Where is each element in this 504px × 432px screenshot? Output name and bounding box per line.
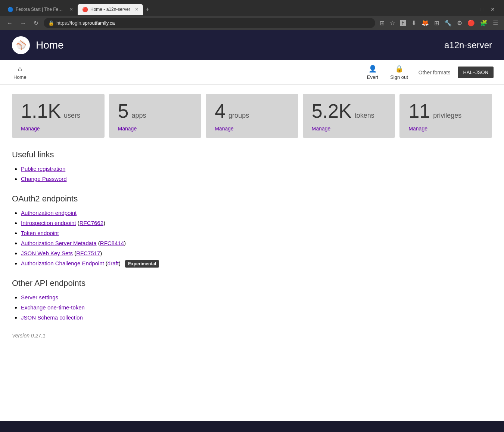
forward-button[interactable]: →: [18, 18, 28, 28]
stat-card-tokens: 5.2K tokens Manage: [303, 94, 395, 138]
browser-tab-inactive[interactable]: 🔵 Fedora Start | The Fedor… ✕: [3, 4, 78, 15]
list-item: Introspection endpoint (RFC7662): [21, 220, 492, 226]
tab-close-2[interactable]: ✕: [135, 7, 139, 12]
public-registration-link[interactable]: Public registration: [21, 166, 65, 172]
list-item: Exchange one-time-token: [21, 304, 492, 311]
rfc-close: ): [124, 240, 126, 246]
app-header: ⚾ Home a12n-server: [0, 30, 504, 60]
authorization-challenge-endpoint-link[interactable]: Authorization Challenge Endpoint: [21, 260, 104, 266]
authorization-server-metadata-link[interactable]: Authorization Server Metadata: [21, 240, 97, 246]
stats-grid: 1.1K users Manage 5 apps Manage 4 groups…: [12, 94, 492, 138]
nav-user-label: Evert: [367, 74, 378, 80]
version-text: Version 0.27.1: [12, 333, 492, 339]
refresh-button[interactable]: ↻: [31, 18, 41, 28]
stat-label-apps: apps: [132, 112, 146, 120]
stat-number-apps: 5: [118, 101, 129, 121]
window-close-button[interactable]: ✕: [488, 5, 498, 14]
extension-icon-2[interactable]: ⊞: [433, 18, 441, 28]
nav-home[interactable]: ⌂ Home: [7, 61, 32, 84]
browser-tab-active[interactable]: 🔴 Home - a12n-server ✕: [78, 4, 143, 15]
stat-label-users: users: [64, 112, 80, 120]
json-web-key-sets-link[interactable]: JSON Web Key Sets: [21, 250, 73, 256]
list-item: Public registration: [21, 166, 492, 172]
list-item: Authorization Challenge Endpoint (draft)…: [21, 260, 492, 266]
app-logo: ⚾: [12, 36, 30, 54]
authorization-endpoint-link[interactable]: Authorization endpoint: [21, 210, 77, 216]
stat-number-tokens: 5.2K: [312, 101, 352, 121]
manage-users-link[interactable]: Manage: [21, 126, 40, 132]
tab-label-1: Fedora Start | The Fedor…: [16, 7, 65, 12]
url-display: https://login.sproutfamily.ca: [56, 20, 115, 26]
list-item: JSON Schema collection: [21, 314, 492, 321]
manage-groups-link[interactable]: Manage: [215, 126, 234, 132]
main-content: 1.1K users Manage 5 apps Manage 4 groups…: [0, 85, 504, 421]
token-endpoint-link[interactable]: Token endpoint: [21, 230, 59, 236]
browser-toolbar: ⊞ ☆ 🅿 ⬇ 🦊 ⊞ 🔧 ⚙ 🔴 🧩 ☰: [378, 18, 500, 28]
stat-card-users: 1.1K users Manage: [12, 94, 105, 138]
useful-links-list: Public registration Change Password: [12, 166, 492, 182]
menu-button[interactable]: ☰: [491, 18, 500, 28]
stat-number-users: 1.1K: [21, 101, 61, 121]
exchange-one-time-token-link[interactable]: Exchange one-time-token: [21, 304, 85, 311]
home-icon: ⌂: [18, 65, 22, 73]
nav-home-label: Home: [13, 74, 27, 80]
server-settings-link[interactable]: Server settings: [21, 294, 58, 300]
stat-number-groups: 4: [215, 101, 225, 121]
pocket-icon[interactable]: 🅿: [399, 18, 408, 28]
stat-card-groups: 4 groups Manage: [206, 94, 298, 138]
lock-icon: 🔒: [395, 65, 403, 73]
extension-icon-5[interactable]: 🔴: [466, 18, 476, 28]
list-item: Authorization Server Metadata (RFC8414): [21, 240, 492, 246]
download-icon[interactable]: ⬇: [410, 18, 418, 28]
stat-card-privileges: 11 privileges Manage: [399, 94, 492, 138]
new-tab-button[interactable]: +: [143, 3, 152, 16]
url-domain: sproutfamily.ca: [83, 20, 115, 26]
extensions-button[interactable]: 🧩: [479, 18, 489, 28]
rfc8414-link[interactable]: RFC8414: [100, 240, 124, 246]
extension-icon-1[interactable]: 🦊: [420, 18, 430, 28]
list-item: Token endpoint: [21, 230, 492, 236]
logo-icon: ⚾: [16, 40, 26, 50]
rfc7662-link[interactable]: RFC7662: [80, 220, 103, 226]
oauth2-endpoints-title: OAuth2 endpoints: [12, 194, 492, 204]
json-schema-collection-link[interactable]: JSON Schema collection: [21, 314, 83, 321]
hal-json-button[interactable]: HAL+JSON: [458, 67, 494, 78]
grid-icon[interactable]: ⊞: [378, 18, 386, 28]
list-item: Server settings: [21, 294, 492, 300]
manage-privileges-link[interactable]: Manage: [408, 126, 427, 132]
list-item: Authorization endpoint: [21, 210, 492, 216]
useful-links-title: Useful links: [12, 150, 492, 160]
manage-tokens-link[interactable]: Manage: [312, 126, 331, 132]
tab-label-2: Home - a12n-server: [90, 7, 130, 12]
change-password-link[interactable]: Change Password: [21, 176, 67, 182]
list-item: JSON Web Key Sets (RFC7517): [21, 250, 492, 256]
draft-link[interactable]: draft: [108, 260, 119, 266]
back-button[interactable]: ←: [4, 18, 15, 28]
experimental-badge: Experimental: [125, 260, 159, 268]
draft-close: ): [119, 260, 121, 266]
manage-apps-link[interactable]: Manage: [118, 126, 137, 132]
window-maximize-button[interactable]: □: [477, 5, 486, 14]
introspection-endpoint-link[interactable]: Introspection endpoint: [21, 220, 76, 226]
user-icon: 👤: [368, 65, 377, 73]
tab-favicon-1: 🔵: [7, 7, 13, 12]
browser-chrome: 🔵 Fedora Start | The Fedor… ✕ 🔴 Home - a…: [0, 0, 504, 30]
server-name: a12n-server: [444, 40, 492, 50]
bookmark-icon[interactable]: ☆: [388, 18, 396, 28]
stat-card-apps: 5 apps Manage: [109, 94, 202, 138]
stat-label-groups: groups: [228, 112, 249, 120]
extension-icon-4[interactable]: ⚙: [455, 18, 464, 28]
extension-icon-3[interactable]: 🔧: [443, 18, 453, 28]
tab-close-1[interactable]: ✕: [69, 7, 73, 12]
url-bar[interactable]: 🔒 https://login.sproutfamily.ca: [44, 18, 375, 28]
nav-user[interactable]: 👤 Evert: [361, 60, 384, 84]
rfc7517-link[interactable]: RFC7517: [76, 250, 100, 256]
nav-bar: ⌂ Home 👤 Evert 🔒 Sign out Other formats …: [0, 60, 504, 85]
tab-favicon-2: 🔴: [82, 7, 88, 12]
rfc-close: ): [103, 220, 105, 226]
nav-signout[interactable]: 🔒 Sign out: [384, 60, 414, 84]
window-minimize-button[interactable]: —: [464, 5, 476, 14]
other-api-endpoints-list: Server settings Exchange one-time-token …: [12, 294, 492, 321]
security-icon: 🔒: [48, 20, 54, 26]
list-item: Change Password: [21, 176, 492, 182]
